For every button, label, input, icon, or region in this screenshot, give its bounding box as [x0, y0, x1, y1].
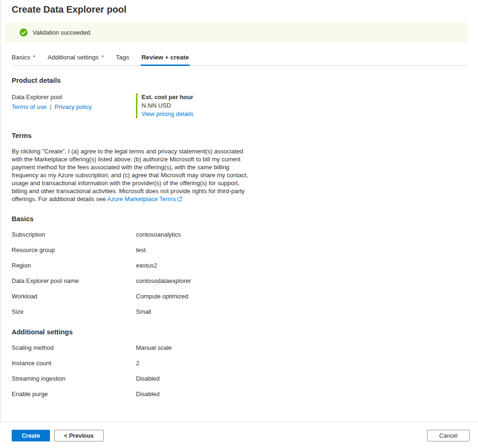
table-row: Size Small [12, 304, 478, 319]
row-label: Region [12, 262, 136, 269]
estimated-cost-block: Est. cost per hour N.NN USD View pricing… [136, 93, 193, 118]
product-info: Data Explorer pool Terms of use|Privacy … [12, 93, 136, 118]
external-link-icon [177, 196, 182, 202]
validation-banner: Validation succeeded. [5, 22, 467, 43]
previous-button[interactable]: < Previous [54, 430, 104, 441]
privacy-policy-link[interactable]: Privacy policy [55, 103, 92, 110]
terms-body: By clicking "Create", I (a) agree to the… [12, 148, 248, 202]
row-label: Instance count [12, 360, 136, 367]
row-label: Enable purge [12, 390, 136, 397]
terms-paragraph: By clicking "Create", I (a) agree to the… [12, 147, 254, 203]
additional-settings-heading: Additional settings [12, 328, 478, 336]
tab-label: Additional settings [48, 54, 99, 61]
row-label: Resource group [12, 246, 136, 253]
validation-message: Validation succeeded. [33, 29, 92, 36]
row-label: Size [12, 308, 136, 315]
row-value: contosodataexplorer [136, 277, 191, 284]
row-value: Disabled [136, 390, 160, 397]
est-cost-label: Est. cost per hour [142, 93, 193, 101]
table-row: Subscription contosoanalytics [12, 227, 478, 242]
row-label: Data Explorer pool name [12, 277, 136, 284]
table-row: Workload Compute optimized [12, 289, 478, 304]
table-row: Instance count 2 [12, 355, 478, 371]
product-links: Terms of use|Privacy policy [12, 103, 136, 111]
tab-label: Tags [116, 54, 129, 61]
tab-label: Review + create [142, 54, 189, 61]
page-title: Create Data Explorer pool [12, 3, 478, 16]
row-value: contosoanalytics [136, 231, 181, 238]
table-row: Resource group test [12, 242, 478, 258]
success-check-icon [20, 29, 28, 36]
row-value: Compute optimized [136, 293, 188, 300]
row-label: Subscription [12, 231, 136, 238]
create-button[interactable]: Create [12, 430, 50, 441]
cancel-button[interactable]: Cancel [427, 430, 470, 441]
tab-basics[interactable]: Basics* [12, 54, 36, 65]
row-label: Streaming ingestion [12, 375, 136, 382]
table-row: Data Explorer pool name contosodataexplo… [12, 273, 478, 289]
link-separator: | [50, 103, 51, 110]
table-row: Region eastus2 [12, 258, 478, 273]
est-cost-value: N.NN USD [142, 101, 193, 110]
basics-heading: Basics [12, 215, 478, 223]
row-value: Manual scale [136, 344, 172, 351]
tab-label: Basics [12, 54, 30, 61]
row-label: Workload [12, 293, 136, 300]
panel-left-edge [0, 0, 1, 448]
row-value: Small [136, 308, 151, 315]
view-pricing-details-link[interactable]: View pricing details [142, 110, 193, 117]
table-row: Enable purge Disabled [12, 386, 478, 402]
product-name: Data Explorer pool [12, 93, 136, 101]
basics-rows: Subscription contosoanalytics Resource g… [12, 227, 478, 319]
create-data-explorer-pool-panel: Create Data Explorer pool Validation suc… [0, 0, 478, 448]
additional-settings-rows: Scaling method Manual scale Instance cou… [12, 340, 478, 402]
tab-tags[interactable]: Tags [116, 54, 129, 65]
azure-marketplace-terms-link[interactable]: Azure Marketplace Terms [107, 195, 182, 202]
row-value: 2 [136, 360, 139, 367]
tab-bar: Basics* Additional settings* Tags Review… [12, 54, 467, 66]
row-value: Disabled [136, 375, 160, 382]
row-value: test [136, 246, 146, 253]
terms-heading: Terms [12, 131, 478, 140]
tab-review-create[interactable]: Review + create [142, 54, 189, 65]
row-label: Scaling method [12, 344, 136, 351]
footer-action-bar: Create < Previous Cancel [0, 422, 478, 448]
product-details-heading: Product details [12, 76, 478, 85]
table-row: Streaming ingestion Disabled [12, 371, 478, 386]
product-details-block: Data Explorer pool Terms of use|Privacy … [12, 93, 478, 118]
row-value: eastus2 [136, 262, 157, 269]
table-row: Scaling method Manual scale [12, 340, 478, 355]
required-asterisk: * [101, 54, 104, 61]
terms-of-use-link[interactable]: Terms of use [12, 103, 46, 110]
tab-additional-settings[interactable]: Additional settings* [48, 54, 104, 65]
required-asterisk: * [33, 54, 36, 61]
